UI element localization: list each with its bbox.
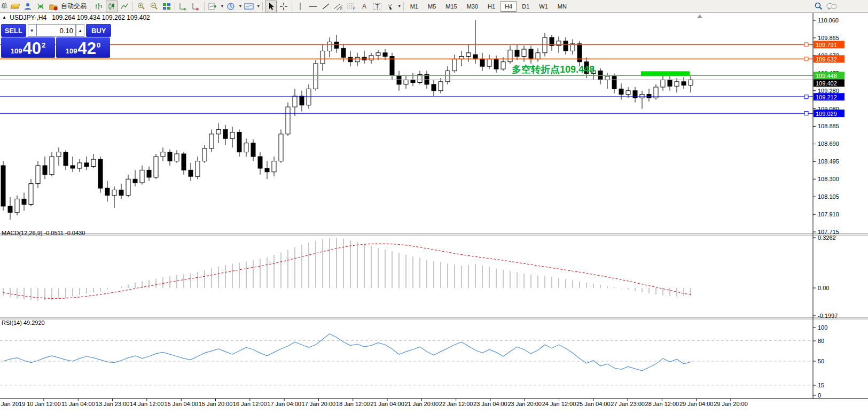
price-badge-label: 109.791 <box>816 42 837 48</box>
volume-increase-button[interactable]: ▲ <box>76 24 85 37</box>
macd-indicator-label: MACD(12,26,9) -0.0511 -0.0430 <box>2 230 85 236</box>
timeframe-w1[interactable]: W1 <box>535 1 552 12</box>
arrows-dropdown-arrow[interactable]: ▼ <box>397 4 402 9</box>
templates-dropdown-arrow[interactable]: ▼ <box>256 4 261 9</box>
time-tick-label: 16 Jan 12:00 <box>233 401 267 407</box>
chat-icon[interactable] <box>825 1 838 12</box>
timeframe-m30[interactable]: M30 <box>463 1 482 12</box>
cursor-icon[interactable] <box>265 1 277 12</box>
time-scale[interactable]: Jan 201910 Jan 12:0011 Jan 04:0013 Jan 2… <box>1 399 748 407</box>
buy-price-box[interactable]: 109 42 0 <box>56 37 110 58</box>
periods-icon[interactable] <box>225 1 237 12</box>
timeframe-m1[interactable]: M1 <box>406 1 423 12</box>
macd-tick-label: 0.00 <box>818 285 829 291</box>
candle-body <box>71 166 75 168</box>
svg-text:F: F <box>353 7 355 11</box>
timeframe-mn[interactable]: MN <box>553 1 571 12</box>
level-drag-handle[interactable] <box>804 43 808 46</box>
candle-body <box>202 149 207 161</box>
svg-text:A: A <box>362 3 366 10</box>
candle-body <box>341 48 346 57</box>
account-glyph <box>24 2 32 11</box>
text-tool-icon[interactable]: A <box>358 1 370 12</box>
sell-price-box[interactable]: 109 40 2 <box>1 37 55 58</box>
tile-windows-glyph <box>162 2 171 11</box>
label-tool-icon[interactable]: T <box>371 1 383 12</box>
horizontal-line-tool-icon[interactable] <box>307 1 319 12</box>
level-drag-handle[interactable] <box>804 57 808 61</box>
timeframe-d1[interactable]: D1 <box>518 1 534 12</box>
autotrading-label[interactable]: 自动交易 <box>61 2 87 11</box>
channel-tool-icon[interactable]: E <box>333 1 345 12</box>
candlestick-chart-icon[interactable] <box>106 1 118 12</box>
candle-body <box>529 49 533 59</box>
timeframe-m15[interactable]: M15 <box>441 1 461 12</box>
chat-glyph <box>826 2 838 11</box>
sell-price-sup: 2 <box>42 41 45 49</box>
time-tick-label: 22 Jan 12:00 <box>439 401 473 407</box>
timeframe-m5[interactable]: M5 <box>424 1 440 12</box>
candle-body <box>36 166 40 184</box>
time-tick-label: 23 Jan 04:00 <box>473 401 507 407</box>
periods-dropdown-arrow[interactable]: ▼ <box>238 4 243 9</box>
candle-body <box>466 53 471 57</box>
svg-text:T: T <box>376 3 379 10</box>
trendline-tool-icon[interactable] <box>320 1 332 12</box>
arrows-tool-icon[interactable] <box>384 1 396 12</box>
volume-input[interactable]: 0.10 <box>36 24 76 37</box>
account-icon[interactable] <box>22 1 34 12</box>
rsi-tick-label: 15 <box>818 382 824 388</box>
candle-body <box>189 170 193 176</box>
time-tick-label: 24 Jan 12:00 <box>542 401 576 407</box>
candle-body <box>91 159 96 167</box>
candle-body <box>182 154 186 170</box>
line-chart-icon[interactable] <box>119 1 130 12</box>
templates-icon[interactable] <box>243 1 255 12</box>
zoom-out-glyph <box>150 2 159 11</box>
vline-glyph <box>296 2 304 11</box>
candle-body <box>439 82 443 91</box>
candle-body <box>279 134 283 161</box>
chart-shift-icon[interactable] <box>190 1 202 12</box>
chart-collapse-icon[interactable]: ▲ <box>2 15 6 20</box>
candle-body <box>216 129 221 134</box>
tile-windows-icon[interactable] <box>161 1 173 12</box>
time-tick-label: 14 Jan 12:00 <box>130 401 164 407</box>
bar-chart-icon[interactable] <box>93 1 105 12</box>
toolbar-separator <box>175 2 175 11</box>
signal-icon[interactable] <box>35 1 46 12</box>
chart-canvas[interactable]: 110.060109.865109.670109.475109.280109.0… <box>0 0 868 413</box>
periods-clock-glyph <box>226 2 235 11</box>
toolbar-separator <box>262 2 263 11</box>
gold-bar-icon[interactable] <box>9 1 21 12</box>
indicators-dropdown-arrow[interactable]: ▼ <box>220 4 224 9</box>
level-drag-handle[interactable] <box>804 95 808 99</box>
candle-body <box>251 143 255 157</box>
chart-shift-marker[interactable] <box>697 14 702 18</box>
vertical-line-tool-icon[interactable] <box>294 1 306 12</box>
candle-body <box>230 132 234 138</box>
crosshair-glyph <box>279 2 288 11</box>
indicators-icon[interactable] <box>207 1 218 12</box>
volume-decrease-button[interactable]: ▼ <box>28 24 37 37</box>
timeframe-h4[interactable]: H4 <box>501 1 517 12</box>
rsi-tick-label: 50 <box>818 358 824 364</box>
bar-chart-glyph <box>95 2 103 11</box>
autotrading-button[interactable] <box>48 1 59 12</box>
zoom-in-icon[interactable] <box>135 1 147 12</box>
fibonacci-tool-icon[interactable]: F <box>346 1 357 12</box>
crosshair-icon[interactable] <box>278 1 290 12</box>
zoom-out-icon[interactable] <box>148 1 160 12</box>
timeframe-h1[interactable]: H1 <box>483 1 499 12</box>
toolbar-separator <box>292 2 292 11</box>
sell-button[interactable]: SELL <box>1 24 26 37</box>
candle-body <box>77 163 82 168</box>
buy-button[interactable]: BUY <box>86 24 111 37</box>
candle-body <box>501 62 505 69</box>
price-scale[interactable]: 110.060109.865109.670109.475109.280109.0… <box>813 17 844 399</box>
auto-scroll-icon[interactable] <box>177 1 189 12</box>
candle-body <box>487 59 491 67</box>
new-order-button[interactable]: 单 <box>1 2 7 11</box>
level-drag-handle[interactable] <box>804 112 808 115</box>
search-icon[interactable] <box>812 1 824 12</box>
